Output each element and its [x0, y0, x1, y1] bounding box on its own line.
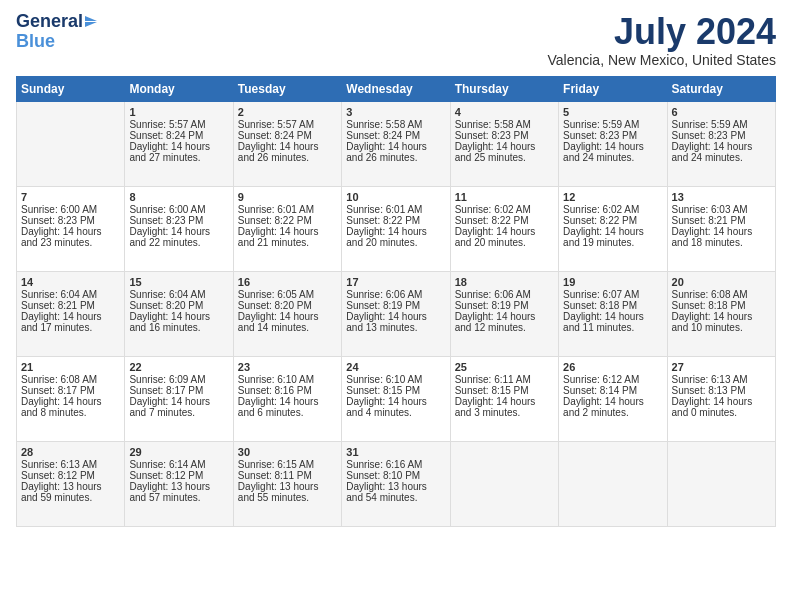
cell-content-line: and 21 minutes.: [238, 237, 337, 248]
day-number: 20: [672, 276, 771, 288]
cell-content-line: and 55 minutes.: [238, 492, 337, 503]
table-row: 15Sunrise: 6:04 AMSunset: 8:20 PMDayligh…: [125, 271, 233, 356]
table-row: 6Sunrise: 5:59 AMSunset: 8:23 PMDaylight…: [667, 101, 775, 186]
table-row: [667, 441, 775, 526]
cell-content-line: Sunrise: 5:59 AM: [563, 119, 662, 130]
logo: General Blue: [16, 12, 97, 52]
cell-content-line: Sunset: 8:22 PM: [455, 215, 554, 226]
table-row: 31Sunrise: 6:16 AMSunset: 8:10 PMDayligh…: [342, 441, 450, 526]
day-number: 26: [563, 361, 662, 373]
day-number: 13: [672, 191, 771, 203]
cell-content-line: and 20 minutes.: [346, 237, 445, 248]
cell-content-line: Daylight: 14 hours: [563, 226, 662, 237]
table-row: 27Sunrise: 6:13 AMSunset: 8:13 PMDayligh…: [667, 356, 775, 441]
day-number: 29: [129, 446, 228, 458]
table-row: 9Sunrise: 6:01 AMSunset: 8:22 PMDaylight…: [233, 186, 341, 271]
cell-content-line: Sunrise: 6:08 AM: [672, 289, 771, 300]
table-row: 22Sunrise: 6:09 AMSunset: 8:17 PMDayligh…: [125, 356, 233, 441]
cell-content-line: Daylight: 14 hours: [129, 311, 228, 322]
cell-content-line: Sunrise: 6:03 AM: [672, 204, 771, 215]
cell-content-line: and 57 minutes.: [129, 492, 228, 503]
cell-content-line: Daylight: 14 hours: [129, 141, 228, 152]
cell-content-line: Daylight: 14 hours: [672, 226, 771, 237]
page: General Blue July 2024 Valencia, New Mex…: [0, 0, 792, 612]
table-row: 21Sunrise: 6:08 AMSunset: 8:17 PMDayligh…: [17, 356, 125, 441]
cell-content-line: Sunset: 8:24 PM: [129, 130, 228, 141]
cell-content-line: and 59 minutes.: [21, 492, 120, 503]
day-number: 14: [21, 276, 120, 288]
cell-content-line: Sunrise: 6:01 AM: [346, 204, 445, 215]
cell-content-line: and 26 minutes.: [346, 152, 445, 163]
table-row: 7Sunrise: 6:00 AMSunset: 8:23 PMDaylight…: [17, 186, 125, 271]
cell-content-line: Sunset: 8:24 PM: [346, 130, 445, 141]
table-row: 16Sunrise: 6:05 AMSunset: 8:20 PMDayligh…: [233, 271, 341, 356]
cell-content-line: Sunrise: 6:14 AM: [129, 459, 228, 470]
header-saturday: Saturday: [667, 76, 775, 101]
day-number: 1: [129, 106, 228, 118]
cell-content-line: Daylight: 14 hours: [672, 141, 771, 152]
cell-content-line: and 12 minutes.: [455, 322, 554, 333]
cell-content-line: Daylight: 14 hours: [455, 311, 554, 322]
table-row: 10Sunrise: 6:01 AMSunset: 8:22 PMDayligh…: [342, 186, 450, 271]
cell-content-line: Daylight: 14 hours: [455, 226, 554, 237]
cell-content-line: and 27 minutes.: [129, 152, 228, 163]
cell-content-line: Sunset: 8:10 PM: [346, 470, 445, 481]
cell-content-line: Sunrise: 6:12 AM: [563, 374, 662, 385]
cell-content-line: Daylight: 14 hours: [238, 141, 337, 152]
cell-content-line: and 7 minutes.: [129, 407, 228, 418]
day-number: 15: [129, 276, 228, 288]
day-number: 2: [238, 106, 337, 118]
cell-content-line: Daylight: 13 hours: [346, 481, 445, 492]
cell-content-line: Sunrise: 6:15 AM: [238, 459, 337, 470]
cell-content-line: Sunrise: 5:58 AM: [455, 119, 554, 130]
day-number: 7: [21, 191, 120, 203]
cell-content-line: Sunrise: 6:04 AM: [21, 289, 120, 300]
table-row: 11Sunrise: 6:02 AMSunset: 8:22 PMDayligh…: [450, 186, 558, 271]
table-row: 2Sunrise: 5:57 AMSunset: 8:24 PMDaylight…: [233, 101, 341, 186]
calendar-header-row: Sunday Monday Tuesday Wednesday Thursday…: [17, 76, 776, 101]
day-number: 16: [238, 276, 337, 288]
cell-content-line: Sunset: 8:23 PM: [672, 130, 771, 141]
cell-content-line: Daylight: 14 hours: [346, 396, 445, 407]
cell-content-line: Sunset: 8:21 PM: [672, 215, 771, 226]
cell-content-line: Daylight: 14 hours: [238, 226, 337, 237]
day-number: 24: [346, 361, 445, 373]
cell-content-line: Daylight: 14 hours: [238, 396, 337, 407]
cell-content-line: and 24 minutes.: [563, 152, 662, 163]
cell-content-line: Sunset: 8:23 PM: [21, 215, 120, 226]
calendar-title: July 2024: [547, 12, 776, 52]
cell-content-line: and 25 minutes.: [455, 152, 554, 163]
cell-content-line: and 23 minutes.: [21, 237, 120, 248]
table-row: 12Sunrise: 6:02 AMSunset: 8:22 PMDayligh…: [559, 186, 667, 271]
calendar-table: Sunday Monday Tuesday Wednesday Thursday…: [16, 76, 776, 527]
cell-content-line: Sunrise: 6:02 AM: [455, 204, 554, 215]
table-row: 19Sunrise: 6:07 AMSunset: 8:18 PMDayligh…: [559, 271, 667, 356]
cell-content-line: and 17 minutes.: [21, 322, 120, 333]
day-number: 28: [21, 446, 120, 458]
cell-content-line: Daylight: 13 hours: [129, 481, 228, 492]
cell-content-line: and 2 minutes.: [563, 407, 662, 418]
title-section: July 2024 Valencia, New Mexico, United S…: [547, 12, 776, 68]
cell-content-line: Sunset: 8:20 PM: [238, 300, 337, 311]
cell-content-line: Sunrise: 6:11 AM: [455, 374, 554, 385]
calendar-week-row: 28Sunrise: 6:13 AMSunset: 8:12 PMDayligh…: [17, 441, 776, 526]
cell-content-line: Sunset: 8:13 PM: [672, 385, 771, 396]
cell-content-line: Daylight: 14 hours: [563, 141, 662, 152]
day-number: 3: [346, 106, 445, 118]
cell-content-line: Sunset: 8:15 PM: [455, 385, 554, 396]
table-row: 8Sunrise: 6:00 AMSunset: 8:23 PMDaylight…: [125, 186, 233, 271]
calendar-week-row: 7Sunrise: 6:00 AMSunset: 8:23 PMDaylight…: [17, 186, 776, 271]
calendar-subtitle: Valencia, New Mexico, United States: [547, 52, 776, 68]
cell-content-line: Sunset: 8:21 PM: [21, 300, 120, 311]
cell-content-line: Daylight: 14 hours: [346, 226, 445, 237]
cell-content-line: Daylight: 14 hours: [21, 226, 120, 237]
cell-content-line: and 54 minutes.: [346, 492, 445, 503]
cell-content-line: and 19 minutes.: [563, 237, 662, 248]
cell-content-line: and 26 minutes.: [238, 152, 337, 163]
cell-content-line: Sunrise: 5:57 AM: [129, 119, 228, 130]
table-row: [17, 101, 125, 186]
cell-content-line: Sunrise: 6:00 AM: [21, 204, 120, 215]
cell-content-line: Daylight: 14 hours: [21, 396, 120, 407]
cell-content-line: Sunset: 8:23 PM: [563, 130, 662, 141]
cell-content-line: Sunrise: 6:00 AM: [129, 204, 228, 215]
